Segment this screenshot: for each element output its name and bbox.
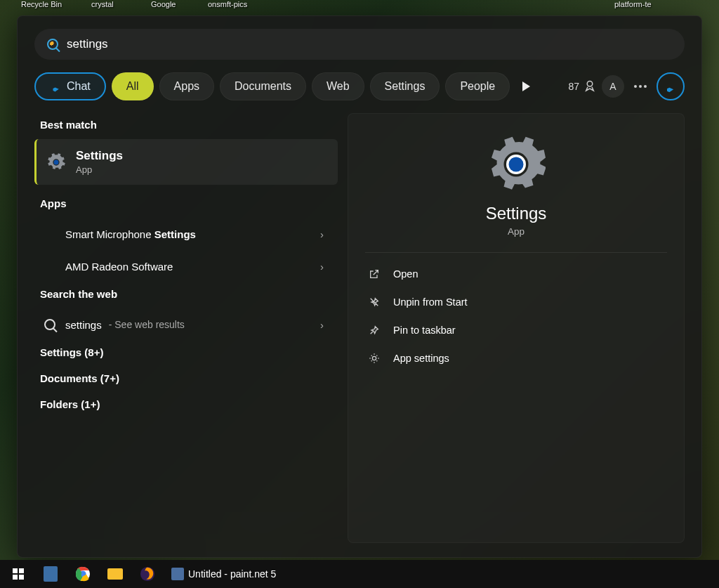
play-icon (522, 81, 530, 91)
filter-chat[interactable]: Chat (34, 72, 106, 100)
pin-icon (368, 325, 381, 336)
chevron-right-icon: › (320, 319, 324, 331)
app-result-label: Smart Microphone Settings (65, 228, 196, 240)
bing-button[interactable] (657, 72, 685, 100)
desktop-icon-google[interactable]: Google (151, 0, 176, 8)
action-open[interactable]: Open (365, 260, 667, 288)
action-app-settings[interactable]: App settings (365, 344, 667, 372)
svg-rect-8 (13, 575, 18, 580)
svg-point-5 (509, 157, 524, 172)
action-pin-taskbar[interactable]: Pin to taskbar (365, 316, 667, 344)
search-input[interactable] (67, 37, 672, 51)
web-search-result[interactable]: settings - See web results › (34, 308, 338, 341)
filter-settings-label: Settings (385, 80, 426, 93)
bing-chat-icon (50, 80, 62, 93)
action-label: Unpin from Start (393, 296, 468, 308)
chevron-right-icon: › (320, 228, 324, 240)
bing-icon (664, 79, 678, 93)
filter-documents-label: Documents (235, 80, 291, 93)
chrome-icon (75, 566, 91, 582)
best-match-subtitle: App (76, 164, 123, 175)
filter-web[interactable]: Web (312, 72, 364, 100)
preview-title: Settings (486, 204, 547, 223)
preview-subtitle: App (508, 226, 525, 237)
search-icon (44, 319, 55, 330)
action-label: Open (393, 268, 418, 280)
search-icon (47, 39, 58, 50)
settings-gear-icon (487, 135, 546, 194)
search-bar[interactable] (34, 29, 685, 60)
desktop-icon-platform[interactable]: platform-te (614, 0, 652, 8)
taskbar-app-chrome[interactable] (69, 560, 97, 588)
results-panel: Best match Settings App Apps Smart Micro… (34, 113, 338, 543)
svg-rect-9 (19, 575, 24, 580)
svg-point-1 (639, 85, 642, 88)
desktop-icon-recycle[interactable]: Recycle Bin (21, 0, 62, 8)
ellipsis-icon (633, 84, 647, 89)
documents-group[interactable]: Documents (7+) (34, 367, 338, 393)
apps-heading: Apps (34, 192, 338, 218)
account-button[interactable]: A (602, 75, 624, 98)
filter-more-button[interactable] (515, 76, 536, 97)
filter-people[interactable]: People (445, 72, 510, 100)
web-suffix: - See web results (109, 319, 185, 330)
web-query: settings (65, 319, 102, 331)
filter-settings[interactable]: Settings (370, 72, 440, 100)
preview-panel: Settings App Open Unpin from Start Pin t… (348, 113, 685, 543)
taskbar[interactable]: Untitled - paint.net 5 (0, 560, 719, 588)
svg-point-3 (54, 159, 59, 164)
options-button[interactable] (630, 76, 651, 97)
open-icon (368, 268, 381, 280)
action-label: App settings (393, 353, 449, 364)
filter-all[interactable]: All (112, 72, 154, 100)
filter-apps[interactable]: Apps (159, 72, 214, 100)
rewards-button[interactable]: 87 (568, 80, 596, 93)
app-result-amd[interactable]: AMD Radeon Software › (34, 250, 338, 282)
action-label: Pin to taskbar (393, 325, 456, 336)
paintnet-icon (171, 568, 184, 580)
gear-icon (368, 353, 381, 364)
filter-people-label: People (460, 80, 495, 93)
filter-web-label: Web (326, 80, 350, 93)
filter-apps-label: Apps (174, 80, 199, 93)
desktop-icon-onmsft[interactable]: onsmft-pics (208, 0, 247, 8)
rewards-icon (583, 80, 596, 93)
avatar-letter: A (609, 81, 616, 92)
best-match-result[interactable]: Settings App (34, 139, 338, 185)
settings-gear-icon (46, 152, 66, 172)
taskbar-app-firefox[interactable] (133, 560, 161, 588)
start-button[interactable] (4, 560, 32, 588)
svg-point-0 (634, 85, 637, 88)
search-web-heading: Search the web (34, 282, 338, 308)
settings-group[interactable]: Settings (8+) (34, 341, 338, 367)
windows-icon (13, 568, 24, 580)
filter-chat-label: Chat (67, 80, 91, 93)
chevron-right-icon: › (320, 261, 324, 273)
action-unpin-start[interactable]: Unpin from Start (365, 288, 667, 316)
best-match-heading: Best match (34, 113, 338, 139)
firefox-icon (140, 566, 155, 582)
rewards-points: 87 (568, 81, 579, 92)
taskbar-app-calculator[interactable] (37, 560, 65, 588)
folders-group[interactable]: Folders (1+) (34, 393, 338, 419)
svg-rect-7 (19, 568, 24, 573)
search-flyout: Chat All Apps Documents Web Settings Peo… (17, 15, 702, 558)
svg-point-2 (644, 85, 647, 88)
unpin-icon (368, 296, 381, 308)
svg-rect-6 (13, 568, 18, 573)
app-result-label: AMD Radeon Software (65, 261, 173, 273)
filter-documents[interactable]: Documents (220, 72, 306, 100)
taskbar-app-paintnet[interactable]: Untitled - paint.net 5 (166, 560, 282, 588)
best-match-title: Settings (76, 149, 123, 163)
filter-row: Chat All Apps Documents Web Settings Peo… (34, 72, 685, 100)
taskbar-app-explorer[interactable] (101, 560, 129, 588)
app-result-smart-mic[interactable]: Smart Microphone Settings › (34, 218, 338, 250)
desktop-icon-crystal[interactable]: crystal (91, 0, 114, 8)
taskbar-app-title: Untitled - paint.net 5 (188, 568, 276, 580)
filter-all-label: All (126, 80, 139, 93)
